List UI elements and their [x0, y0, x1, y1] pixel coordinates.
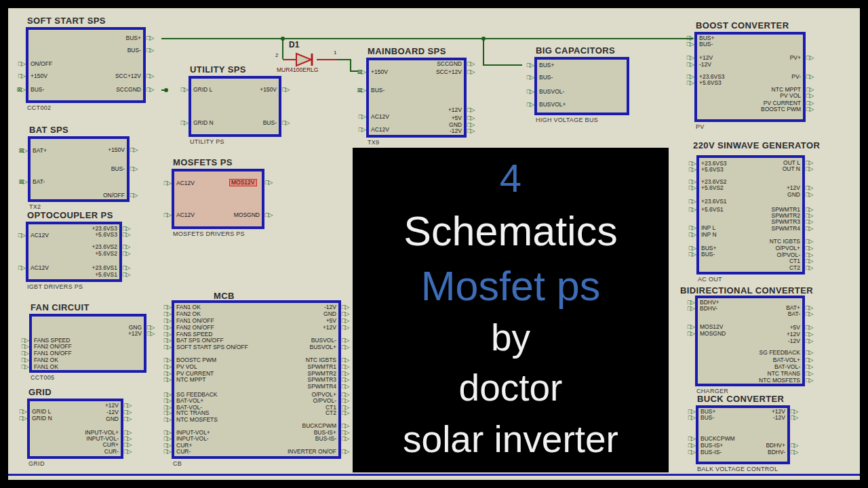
diode-part-label: MUR4100ERLG — [277, 66, 318, 73]
pin-connector: □▷ — [123, 271, 138, 278]
block-mosfets-ps[interactable] — [172, 169, 264, 229]
pin-connector: □▷ — [156, 416, 171, 423]
pin-connector: □▷ — [519, 88, 534, 95]
pin-connector: □▷ — [806, 73, 821, 80]
pin-connector: □▷ — [806, 338, 821, 344]
pin-connector: □▷ — [123, 231, 138, 238]
pin-connector: □▷ — [156, 448, 171, 455]
pin-connector: □▷ — [679, 54, 694, 61]
pin-connector: ⊠▷ — [351, 68, 366, 75]
pin-label: +5V — [695, 325, 800, 331]
pin-connector: □▷ — [130, 146, 145, 153]
pin-label: +23.6VS2 — [26, 244, 117, 250]
optocoupler-ps-title: OPTOCOUPLER PS — [27, 210, 113, 220]
pin-connector: □▷ — [173, 119, 188, 126]
diode-pin2-label: 2 — [275, 52, 278, 58]
pin-label: O/PVOL+ — [696, 245, 800, 251]
utility-sps-title: UTILITY SPS — [190, 64, 246, 75]
pin-connector: □▷ — [156, 324, 171, 331]
pin-connector: □▷ — [680, 442, 695, 449]
pin-connector: □▷ — [681, 251, 696, 258]
pin-label: -12V — [695, 338, 800, 344]
pin-connector: □▷ — [156, 409, 171, 416]
pin-connector: □▷ — [467, 60, 482, 67]
wire — [161, 38, 693, 39]
pin-connector: □▷ — [519, 74, 534, 81]
pin-label: MOS12V — [229, 179, 257, 186]
bidirectional-converter-title: BIDIRECTIONAL CONVERTER — [680, 285, 813, 296]
pin-connector: □▷ — [467, 127, 482, 134]
pin-connector: □▷ — [467, 106, 482, 113]
pin-connector: □▷ — [156, 344, 171, 350]
pin-connector: □▷ — [14, 357, 28, 363]
pin-connector: □▷ — [679, 323, 694, 330]
pin-connector: ⊠▷ — [10, 86, 25, 93]
overlay-line-1: 4 — [500, 153, 521, 203]
pin-label: +12V — [695, 331, 800, 338]
pin-label: SPWMTR4 — [172, 384, 336, 390]
pin-label: BUS- — [189, 120, 277, 126]
pin-label: INP N — [701, 232, 717, 238]
pin-label: SCC+12V — [366, 69, 462, 75]
wire — [483, 64, 522, 66]
pin-connector: □▷ — [351, 113, 366, 120]
promo-overlay: 4 Schematics Mosfet ps by doctor solar i… — [353, 148, 669, 472]
pin-connector: □▷ — [679, 330, 694, 337]
pin-label: +5.6VS3 — [26, 232, 117, 238]
pin-label: +12V — [172, 325, 336, 331]
fan-circuit-title: FAN CIRCUIT — [31, 302, 90, 312]
pin-connector: □▷ — [10, 60, 25, 67]
pin-connector: □▷ — [123, 243, 138, 250]
pin-label: BUCKCPWM — [172, 423, 336, 429]
wire — [283, 59, 296, 60]
grid-title: GRID — [28, 387, 52, 397]
pin-connector: □▷ — [806, 370, 821, 377]
pin-label: CT2 — [172, 410, 336, 416]
pin-connector: □▷ — [791, 442, 806, 449]
pin-label: MOSGND — [172, 212, 260, 218]
sinwave-generator-sublabel: AC OUT — [698, 276, 722, 283]
junction-dot — [281, 37, 285, 41]
mainboard-sps-title: MAINBOARD SPS — [368, 46, 446, 56]
pin-connector: □▷ — [156, 435, 171, 442]
pin-connector: □▷ — [806, 258, 821, 264]
pin-label: +5V — [172, 318, 336, 324]
pin-connector: □▷ — [806, 238, 821, 245]
pin-connector: □▷ — [681, 224, 696, 231]
pin-label: SCC+12V — [26, 73, 141, 79]
pin-connector: □▷ — [10, 73, 25, 79]
pin-connector: □▷ — [806, 377, 821, 384]
wire — [337, 59, 351, 60]
pin-label: GND — [27, 416, 119, 422]
pin-label: BUS- — [539, 75, 553, 81]
pin-label: BOOSTC PWM — [694, 106, 801, 113]
pin-connector: □▷ — [156, 363, 171, 370]
pin-connector: □▷ — [467, 68, 482, 75]
pin-label: -12V — [696, 415, 785, 421]
pin-connector: □▷ — [156, 317, 171, 324]
bat-sps-title: BAT SPS — [29, 125, 68, 135]
pin-label: BAT+ — [695, 305, 800, 311]
pin-label: +12V — [29, 331, 142, 337]
diode-icon[interactable] — [295, 52, 318, 67]
pin-label: O/PVOL- — [172, 398, 336, 404]
pin-connector: □▷ — [12, 408, 26, 415]
pin-connector: □▷ — [806, 106, 821, 113]
pin-connector: □▷ — [14, 343, 28, 350]
pin-label: INVERTER ON/OF — [172, 449, 336, 455]
wire — [282, 38, 283, 59]
pin-label: BDHV- — [696, 449, 785, 455]
pin-connector: □▷ — [130, 165, 145, 172]
block-utility-sps[interactable] — [189, 76, 281, 137]
pin-label: BAT- — [33, 179, 45, 185]
pin-label: SPWMTR4 — [696, 226, 800, 232]
pin-label: +5.6VS1 — [26, 272, 117, 278]
diode-ref-label: D1 — [289, 40, 299, 49]
pin-label: BUSVOL+ — [539, 102, 566, 108]
pin-connector: □▷ — [10, 264, 25, 271]
pin-label: OUT N — [696, 166, 800, 172]
pin-connector: □▷ — [806, 184, 821, 191]
pin-connector: □▷ — [806, 363, 821, 370]
pin-label: BAT- — [695, 311, 800, 317]
pin-connector: □▷ — [123, 250, 138, 257]
